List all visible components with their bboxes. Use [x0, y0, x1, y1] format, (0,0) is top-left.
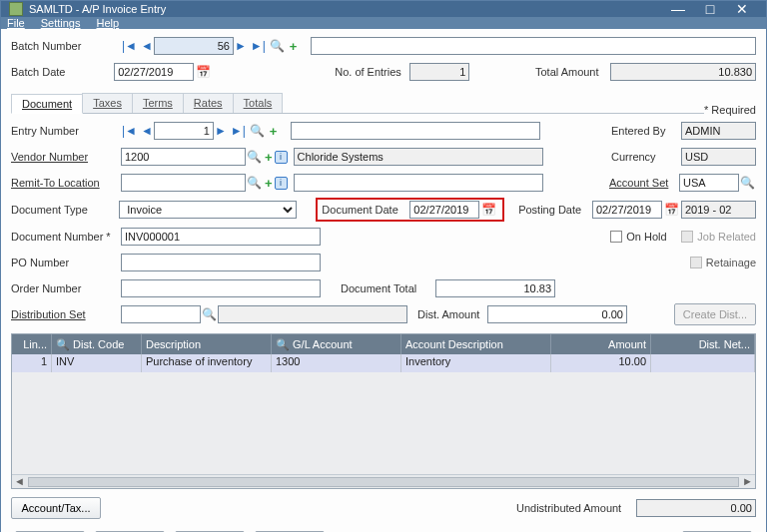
- col-dist-code[interactable]: 🔍 Dist. Code: [52, 334, 142, 354]
- po-number-input[interactable]: [121, 254, 321, 271]
- undistributed-label: Undistributed Amount: [516, 502, 636, 514]
- close-window-button[interactable]: ✕: [726, 1, 758, 17]
- cell-dist-code[interactable]: INV: [52, 354, 142, 372]
- undistributed-amount-field: [636, 499, 756, 517]
- document-date-calendar-icon[interactable]: 📅: [479, 203, 498, 217]
- vendor-number-input[interactable]: [121, 148, 246, 166]
- vendor-info-icon[interactable]: i: [275, 151, 288, 164]
- table-row[interactable]: 1 INV Purchase of inventory 1300 Invento…: [12, 354, 755, 372]
- col-gl-account[interactable]: 🔍 G/L Account: [272, 334, 401, 354]
- batch-finder-icon[interactable]: 🔍: [269, 39, 286, 53]
- remit-to-finder-icon[interactable]: 🔍: [246, 176, 263, 190]
- col-line[interactable]: Lin...: [12, 334, 52, 354]
- maximize-button[interactable]: □: [694, 1, 726, 17]
- posting-date-label: Posting Date: [518, 204, 592, 216]
- menu-bar: File Settings Help: [1, 17, 766, 29]
- entry-next-icon[interactable]: ►: [214, 124, 228, 138]
- tab-totals[interactable]: Totals: [233, 93, 284, 113]
- vendor-number-label[interactable]: Vendor Number: [11, 151, 121, 163]
- cell-line: 1: [12, 354, 52, 372]
- batch-date-input[interactable]: [114, 63, 194, 81]
- col-account-desc[interactable]: Account Description: [401, 334, 551, 354]
- cell-account-desc[interactable]: Inventory: [401, 354, 551, 372]
- distribution-set-label[interactable]: Distribution Set: [11, 308, 121, 320]
- entered-by-label: Entered By: [611, 125, 681, 137]
- batch-next-icon[interactable]: ►: [234, 39, 248, 53]
- tab-terms[interactable]: Terms: [132, 93, 184, 113]
- document-number-input[interactable]: [121, 228, 321, 246]
- entry-prev-icon[interactable]: ◄: [140, 124, 154, 138]
- ap-invoice-entry-window: { "window": { "title": "SAMLTD - A/P Inv…: [0, 0, 767, 532]
- entry-finder-icon[interactable]: 🔍: [249, 124, 266, 138]
- dist-amount-input[interactable]: [487, 305, 627, 323]
- account-set-label[interactable]: Account Set: [609, 177, 679, 189]
- create-dist-button: Create Dist...: [674, 303, 756, 325]
- posting-date-input[interactable]: [592, 201, 662, 219]
- batch-nav-group: |◄ ◄: [121, 39, 154, 53]
- menu-file[interactable]: File: [7, 17, 25, 29]
- batch-number-input[interactable]: [154, 37, 234, 55]
- vendor-finder-icon[interactable]: 🔍: [246, 150, 263, 164]
- distribution-set-input[interactable]: [121, 305, 201, 323]
- distribution-grid: Lin... 🔍 Dist. Code Description 🔍 G/L Ac…: [11, 333, 756, 489]
- job-related-label: Job Related: [697, 231, 756, 243]
- document-total-input[interactable]: [435, 279, 555, 297]
- document-date-input[interactable]: [409, 201, 479, 219]
- menu-settings[interactable]: Settings: [41, 17, 81, 29]
- on-hold-checkbox[interactable]: [610, 231, 622, 243]
- entry-desc-input[interactable]: [291, 122, 540, 140]
- account-set-input[interactable]: [679, 174, 739, 192]
- remit-to-label[interactable]: Remit-To Location: [11, 177, 121, 189]
- cell-gl-account[interactable]: 1300: [272, 354, 401, 372]
- scroll-left-icon[interactable]: ◄: [14, 475, 25, 487]
- grid-body[interactable]: 1 INV Purchase of inventory 1300 Invento…: [12, 354, 755, 474]
- batch-date-calendar-icon[interactable]: 📅: [194, 65, 213, 79]
- tab-document[interactable]: Document: [11, 94, 83, 114]
- remit-to-input[interactable]: [121, 174, 246, 192]
- cell-amount[interactable]: 10.00: [551, 354, 651, 372]
- posting-date-calendar-icon[interactable]: 📅: [662, 203, 681, 217]
- entry-number-input[interactable]: [154, 122, 214, 140]
- distribution-set-finder-icon[interactable]: 🔍: [201, 307, 218, 321]
- document-type-select[interactable]: Invoice: [119, 201, 296, 219]
- entered-by-field: [681, 122, 756, 140]
- account-set-finder-icon[interactable]: 🔍: [739, 176, 756, 190]
- batch-last-icon[interactable]: ►|: [250, 39, 267, 53]
- batch-new-icon[interactable]: +: [288, 39, 300, 54]
- document-date-highlight: Document Date 📅: [316, 198, 504, 222]
- tab-rates[interactable]: Rates: [183, 93, 234, 113]
- batch-prev-icon[interactable]: ◄: [140, 39, 154, 53]
- po-number-label: PO Number: [11, 257, 121, 268]
- remit-to-desc-input[interactable]: [294, 174, 543, 192]
- order-number-input[interactable]: [121, 279, 321, 297]
- col-amount[interactable]: Amount: [551, 334, 651, 354]
- batch-number-label: Batch Number: [11, 40, 121, 52]
- account-tax-button[interactable]: Account/Tax...: [11, 497, 101, 519]
- minimize-button[interactable]: —: [662, 1, 694, 17]
- remit-to-info-icon[interactable]: i: [275, 177, 288, 190]
- batch-desc-input[interactable]: [311, 37, 756, 55]
- cell-dist-net[interactable]: [651, 354, 755, 372]
- col-description[interactable]: Description: [142, 334, 272, 354]
- app-icon: [9, 2, 23, 16]
- entry-first-icon[interactable]: |◄: [121, 124, 138, 138]
- dist-amount-label: Dist. Amount: [417, 308, 487, 320]
- entry-number-label: Entry Number: [11, 125, 121, 137]
- menu-help[interactable]: Help: [96, 17, 119, 29]
- batch-first-icon[interactable]: |◄: [121, 39, 138, 53]
- cell-description[interactable]: Purchase of inventory: [142, 354, 272, 372]
- entry-new-icon[interactable]: +: [268, 124, 280, 139]
- search-icon: 🔍: [276, 338, 290, 351]
- document-date-label: Document Date: [322, 204, 409, 216]
- vendor-new-icon[interactable]: +: [263, 150, 275, 165]
- tab-strip: Document Taxes Terms Rates Totals: [11, 93, 704, 114]
- tab-taxes[interactable]: Taxes: [82, 93, 133, 113]
- scroll-right-icon[interactable]: ►: [742, 475, 753, 487]
- grid-horizontal-scrollbar[interactable]: ◄ ►: [12, 474, 755, 488]
- vendor-name-field: [294, 148, 543, 166]
- col-dist-net[interactable]: Dist. Net...: [651, 334, 755, 354]
- grid-header: Lin... 🔍 Dist. Code Description 🔍 G/L Ac…: [12, 334, 755, 354]
- batch-date-row: Batch Date 📅 No. of Entries Total Amount: [11, 61, 756, 83]
- remit-to-new-icon[interactable]: +: [263, 176, 275, 191]
- entry-last-icon[interactable]: ►|: [230, 124, 247, 138]
